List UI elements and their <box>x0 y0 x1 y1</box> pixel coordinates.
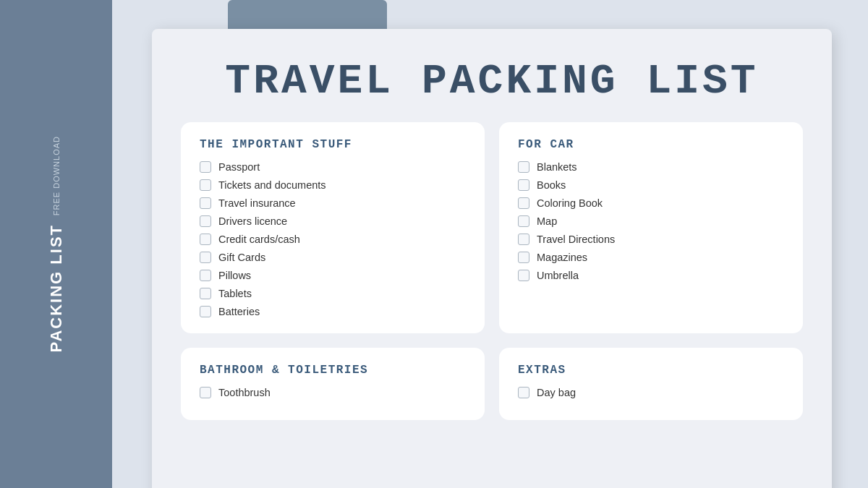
checkbox[interactable] <box>518 270 529 281</box>
item-label: Passport <box>218 161 260 173</box>
item-label: Umbrella <box>537 270 579 281</box>
checkbox[interactable] <box>200 234 211 245</box>
list-item[interactable]: Travel insurance <box>200 197 466 209</box>
checkbox[interactable] <box>200 270 211 281</box>
item-label: Day bag <box>537 387 576 398</box>
list-item[interactable]: Map <box>518 215 784 227</box>
page-title: Travel Packing List <box>181 58 803 105</box>
important-stuff-list: Passport Tickets and documents Travel in… <box>200 161 466 317</box>
list-item[interactable]: Books <box>518 179 784 191</box>
item-label: Travel insurance <box>218 197 296 209</box>
list-item[interactable]: Umbrella <box>518 270 784 281</box>
checkbox[interactable] <box>200 215 211 227</box>
sidebar: FREE DOWNLOAD PACKING LIST <box>0 0 112 488</box>
list-item[interactable]: Pillows <box>200 270 466 281</box>
item-label: Drivers licence <box>218 215 287 227</box>
bathroom-card: Bathroom & Toiletries Toothbrush <box>181 348 485 420</box>
bottom-grid: Bathroom & Toiletries Toothbrush Extras … <box>181 348 803 420</box>
for-car-card: For Car Blankets Books Coloring Book Map… <box>499 122 803 333</box>
item-label: Tablets <box>218 288 252 299</box>
list-item[interactable]: Passport <box>200 161 466 173</box>
checkbox[interactable] <box>200 288 211 299</box>
list-item[interactable]: Tablets <box>200 288 466 299</box>
checkbox[interactable] <box>200 252 211 263</box>
checkbox[interactable] <box>518 252 529 263</box>
item-label: Toothbrush <box>218 387 271 398</box>
list-item[interactable]: Toothbrush <box>200 387 466 398</box>
list-item[interactable]: Credit cards/cash <box>200 234 466 245</box>
item-label: Blankets <box>537 161 577 173</box>
checkbox[interactable] <box>518 179 529 191</box>
item-label: Magazines <box>537 252 587 263</box>
extras-list: Day bag <box>518 387 784 398</box>
checkbox[interactable] <box>518 197 529 209</box>
bathroom-list: Toothbrush <box>200 387 466 398</box>
checkbox[interactable] <box>200 179 211 191</box>
checkbox[interactable] <box>200 387 211 398</box>
list-item[interactable]: Travel Directions <box>518 234 784 245</box>
top-grid: The Important Stuff Passport Tickets and… <box>181 122 803 333</box>
item-label: Gift Cards <box>218 252 265 263</box>
item-label: Books <box>537 179 566 191</box>
list-item[interactable]: Blankets <box>518 161 784 173</box>
checkbox[interactable] <box>518 215 529 227</box>
item-label: Pillows <box>218 270 251 281</box>
item-label: Map <box>537 215 557 227</box>
list-item[interactable]: Drivers licence <box>200 215 466 227</box>
list-item[interactable]: Magazines <box>518 252 784 263</box>
sidebar-free-download-label: FREE DOWNLOAD <box>52 136 61 215</box>
item-label: Coloring Book <box>537 197 603 209</box>
checkbox[interactable] <box>518 387 529 398</box>
important-stuff-title: The Important Stuff <box>200 138 466 151</box>
item-label: Credit cards/cash <box>218 234 300 245</box>
list-item[interactable]: Coloring Book <box>518 197 784 209</box>
paper-container: Travel Packing List The Important Stuff … <box>112 0 868 488</box>
extras-title: Extras <box>518 364 784 377</box>
list-item[interactable]: Tickets and documents <box>200 179 466 191</box>
item-label: Travel Directions <box>537 234 615 245</box>
item-label: Batteries <box>218 306 260 317</box>
checkbox[interactable] <box>200 306 211 317</box>
paper-tab-decoration <box>228 0 387 29</box>
extras-card: Extras Day bag <box>499 348 803 420</box>
paper-sheet: Travel Packing List The Important Stuff … <box>152 29 832 488</box>
checkbox[interactable] <box>518 161 529 173</box>
item-label: Tickets and documents <box>218 179 326 191</box>
bathroom-title: Bathroom & Toiletries <box>200 364 466 377</box>
list-item[interactable]: Day bag <box>518 387 784 398</box>
for-car-title: For Car <box>518 138 784 151</box>
checkbox[interactable] <box>200 197 211 209</box>
important-stuff-card: The Important Stuff Passport Tickets and… <box>181 122 485 333</box>
list-item[interactable]: Gift Cards <box>200 252 466 263</box>
checkbox[interactable] <box>200 161 211 173</box>
sidebar-packing-list-label: PACKING LIST <box>47 224 66 353</box>
for-car-list: Blankets Books Coloring Book Map Travel … <box>518 161 784 281</box>
checkbox[interactable] <box>518 234 529 245</box>
list-item[interactable]: Batteries <box>200 306 466 317</box>
